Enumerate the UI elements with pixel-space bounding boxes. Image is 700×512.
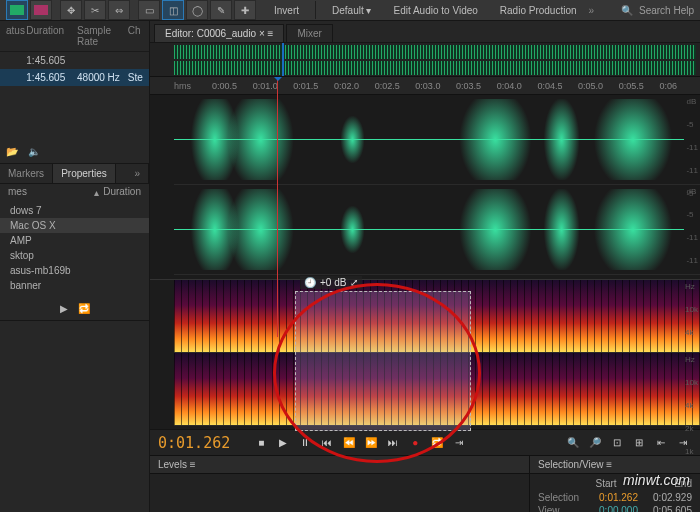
zoom-out-icon[interactable]: 🔎 [586,434,604,452]
col-name[interactable]: mes [8,186,28,197]
col-duration[interactable]: Duration [26,25,77,47]
markers-tab[interactable]: Markers [0,164,53,183]
files-panel: atus Duration Sample Rate Ch 1:45.605 1:… [0,21,149,164]
play-icon[interactable]: ▶ [60,303,68,314]
selection-row: Selection [538,492,584,503]
search-icon: 🔍 [621,5,633,16]
zoom-in-start-icon[interactable]: ⇤ [652,434,670,452]
view-row: View [538,505,584,512]
transport-bar: 0:01.262 ■ ▶ ⏸ ⏮ ⏪ ⏩ ⏭ ● 🔁 ⇥ 🔍 🔎 ⊡ ⊞ ⇤ ⇥ [150,429,700,455]
col-duration2[interactable]: Duration [99,186,141,197]
properties-tab[interactable]: Properties [53,164,116,183]
skip-selection-button[interactable]: ⇥ [450,434,468,452]
zoom-full-icon[interactable]: ⊡ [608,434,626,452]
list-item[interactable]: AMP [0,233,149,248]
col-channels[interactable]: Ch [128,25,143,47]
razor-tool[interactable]: ✂ [84,0,106,20]
waveform-view-toggle[interactable] [6,0,28,20]
list-item[interactable]: banner [0,278,149,293]
col-status[interactable]: atus [6,25,26,47]
selection-start[interactable]: 0:01.262 [592,492,638,503]
waveform-display[interactable]: dB-5-11-11-5 dB-5-11-11-5 [150,95,700,279]
selection-end[interactable]: 0:02.929 [646,492,692,503]
slip-tool[interactable]: ⇔ [108,0,130,20]
timecode-display[interactable]: 0:01.262 [158,434,230,452]
time-select-tool[interactable]: ▭ [138,0,160,20]
expand-icon[interactable]: ⤢ [350,277,358,288]
loop-icon[interactable]: 🔁 [78,303,90,314]
record-button[interactable]: ● [406,434,424,452]
list-item[interactable]: dows 7 [0,203,149,218]
loop-button[interactable]: 🔁 [428,434,446,452]
stop-button[interactable]: ■ [252,434,270,452]
zoom-in-icon[interactable]: 🔍 [564,434,582,452]
lasso-tool[interactable]: ◯ [186,0,208,20]
spectral-selection[interactable]: 🕘+0 dB⤢ [295,291,471,431]
svg-rect-1 [34,5,48,15]
heal-tool[interactable]: ✚ [234,0,256,20]
overview-playhead[interactable] [282,43,284,76]
col-samplerate[interactable]: Sample Rate [77,25,128,47]
go-to-start-button[interactable]: ⏮ [318,434,336,452]
move-tool[interactable]: ✥ [60,0,82,20]
list-item[interactable]: asus-mb169b [0,263,149,278]
go-to-end-button[interactable]: ⏭ [384,434,402,452]
search-input[interactable]: Search Help [639,5,694,16]
edit-audio-to-video-workspace[interactable]: Edit Audio to Video [383,5,487,16]
workspace-menu[interactable]: Default ▾ [322,5,381,16]
clock-icon: 🕘 [304,277,316,288]
rewind-button[interactable]: ⏪ [340,434,358,452]
levels-meter: dB-57-54-51-48-45-42-39-36-33-30-27-24-2… [156,480,523,512]
list-item[interactable]: Mac OS X [0,218,149,233]
file-row[interactable]: 1:45.605 [0,52,149,69]
radio-production-workspace[interactable]: Radio Production [490,5,587,16]
zoom-select-icon[interactable]: ⊞ [630,434,648,452]
mixer-tab[interactable]: Mixer [286,24,332,42]
playhead[interactable] [277,77,278,337]
invert-button[interactable]: Invert [264,5,309,16]
sort-indicator: ▴ [94,187,99,198]
levels-tab[interactable]: Levels ≡ [150,456,529,474]
play-button[interactable]: ▶ [274,434,292,452]
top-toolbar: ✥ ✂ ⇔ ▭ ◫ ◯ ✎ ✚ Invert Default ▾ Edit Au… [0,0,700,21]
forward-button[interactable]: ⏩ [362,434,380,452]
file-row[interactable]: 1:45.605 48000 Hz Ste [0,69,149,86]
watermark: minwt.com [623,472,690,488]
overview-strip[interactable] [150,43,700,77]
speaker-icon[interactable]: 🔈 [28,146,40,157]
editor-tab[interactable]: Editor: C0006_audio × ≡ [154,24,284,42]
time-ruler[interactable]: hms 0:00.5 0:01.0 0:01.5 0:02.0 0:02.5 0… [150,77,700,95]
svg-rect-0 [10,5,24,15]
pause-button[interactable]: ⏸ [296,434,314,452]
spectral-view-toggle[interactable] [30,0,52,20]
marquee-tool[interactable]: ◫ [162,0,184,20]
brush-tool[interactable]: ✎ [210,0,232,20]
view-end[interactable]: 0:05.605 [646,505,692,512]
list-item[interactable]: sktop [0,248,149,263]
view-start[interactable]: 0:00.000 [592,505,638,512]
open-folder-icon[interactable]: 📂 [6,146,18,157]
